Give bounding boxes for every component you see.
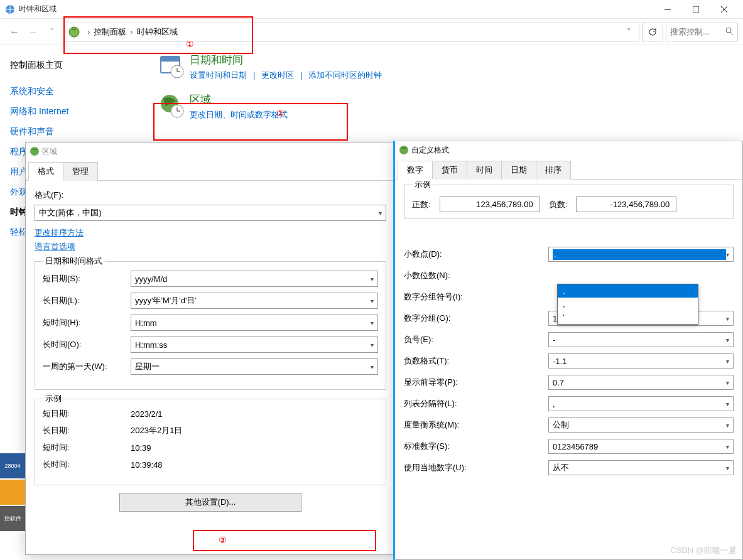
sidebar-item[interactable]: 系统和安全 xyxy=(10,82,151,102)
row-label: 列表分隔符(L): xyxy=(404,398,548,409)
back-button[interactable]: ← xyxy=(5,26,24,38)
chevron-down-icon: ▾ xyxy=(726,337,729,343)
chevron-down-icon: ▾ xyxy=(371,276,374,283)
breadcrumb-item[interactable]: 时钟和区域 xyxy=(137,26,178,38)
dropdown-item[interactable]: . xyxy=(558,284,698,298)
row-label: 长日期(L): xyxy=(43,295,131,306)
chevron-down-icon: ▾ xyxy=(726,315,729,322)
close-button[interactable] xyxy=(710,1,738,18)
search-icon xyxy=(725,27,734,37)
sidebar-item[interactable]: 网络和 Internet xyxy=(10,102,151,122)
category-link[interactable]: 设置时间和日期 xyxy=(190,70,247,80)
combo-value: 中文(简体，中国) xyxy=(39,207,379,218)
annotation-number: ② xyxy=(276,108,285,118)
taskbar-item[interactable] xyxy=(0,480,25,505)
row-label: 显示前导零(P): xyxy=(404,377,548,388)
example-value: 2023/2/1 xyxy=(131,409,163,419)
lang-link[interactable]: 语言首选项 xyxy=(35,241,75,252)
row-label: 标准数字(S): xyxy=(404,441,548,452)
row-label: 数字分组符号(I): xyxy=(404,291,548,303)
dropdown-item[interactable]: , xyxy=(558,298,698,311)
svg-line-8 xyxy=(730,32,733,35)
stddigits-combo[interactable]: 0123456789▾ xyxy=(548,439,734,454)
taskbar-item[interactable]: 28004 xyxy=(0,453,25,478)
chevron-down-icon: ▾ xyxy=(726,465,729,471)
maximize-button[interactable] xyxy=(681,1,710,18)
category-title[interactable]: 区域 xyxy=(190,92,290,107)
tab-currency[interactable]: 货币 xyxy=(432,161,467,180)
address-bar[interactable]: › 控制面板 › 时钟和区域 ˅ xyxy=(64,23,639,41)
tab-number[interactable]: 数字 xyxy=(398,161,433,180)
globe-icon xyxy=(399,145,409,155)
chevron-down-icon: ▾ xyxy=(371,342,374,348)
example-label: 长时间: xyxy=(43,459,131,470)
negsign-combo[interactable]: -▾ xyxy=(548,332,734,347)
sidebar-head[interactable]: 控制面板主页 xyxy=(10,55,151,75)
sidebar-item[interactable]: 硬件和声音 xyxy=(10,122,151,142)
decimal-combo[interactable]: .▾ xyxy=(548,247,734,262)
row-label: 小数点(D): xyxy=(404,249,548,260)
first-day-combo[interactable]: 星期一▾ xyxy=(131,358,378,375)
negformat-combo[interactable]: -1.1▾ xyxy=(548,353,734,369)
row-label: 负数格式(T): xyxy=(404,355,548,367)
category-link[interactable]: 更改时区 xyxy=(261,70,294,80)
location-icon xyxy=(68,26,80,38)
listsep-combo[interactable]: ,▾ xyxy=(548,396,734,411)
refresh-button[interactable] xyxy=(642,23,663,41)
category-link[interactable]: 更改日期、时间或数字格式 xyxy=(190,110,288,119)
globe-clock-icon xyxy=(158,92,185,119)
nativedigits-combo[interactable]: 从不▾ xyxy=(548,460,734,475)
globe-icon xyxy=(30,146,40,156)
tab-time[interactable]: 时间 xyxy=(467,161,502,180)
window-titlebar: 时钟和区域 xyxy=(0,0,743,19)
category-region: 区域 更改日期、时间或数字格式 xyxy=(158,92,743,121)
region-dialog: 区域 格式 管理 格式(F): 中文(简体，中国) ▾ 更改排序方法 语言首选项… xyxy=(25,142,396,555)
fieldset-title: 示例 xyxy=(43,393,64,404)
other-settings-button[interactable]: 其他设置(D)... xyxy=(119,493,301,512)
tab-format[interactable]: 格式 xyxy=(28,162,63,181)
forward-button[interactable]: → xyxy=(24,26,43,38)
app-icon xyxy=(5,4,15,14)
row-label: 负号(E): xyxy=(404,334,548,345)
example-fieldset: 示例 短日期:2023/2/1 长日期:2023年2月1日 短时间:10:39 … xyxy=(35,399,386,485)
minimize-button[interactable] xyxy=(653,1,681,18)
row-label: 小数位数(N): xyxy=(404,270,548,281)
category-datetime: 日期和时间 设置时间和日期| 更改时区| 添加不同时区的时钟 xyxy=(158,53,743,81)
address-dropdown-icon[interactable]: ˅ xyxy=(623,27,635,36)
taskbar-peek: 28004 控软件 xyxy=(0,453,25,532)
short-time-combo[interactable]: H:mm▾ xyxy=(131,315,378,331)
category-link[interactable]: 添加不同时区的时钟 xyxy=(308,70,382,80)
sort-link[interactable]: 更改排序方法 xyxy=(35,227,84,239)
row-label: 使用当地数字(U): xyxy=(404,462,548,473)
chevron-down-icon: ▾ xyxy=(726,358,729,365)
up-button[interactable]: ˅ xyxy=(43,27,62,36)
dropdown-item[interactable]: ' xyxy=(558,311,698,324)
format-combo[interactable]: 中文(简体，中国) ▾ xyxy=(35,205,386,221)
tab-sort[interactable]: 排序 xyxy=(536,161,571,180)
category-title[interactable]: 日期和时间 xyxy=(190,53,384,67)
short-date-combo[interactable]: yyyy/M/d▾ xyxy=(131,271,378,287)
chevron-down-icon: ▾ xyxy=(371,298,374,304)
positive-value: 123,456,789.00 xyxy=(440,197,540,212)
tab-date[interactable]: 日期 xyxy=(501,161,536,180)
tab-admin[interactable]: 管理 xyxy=(63,162,98,181)
search-input[interactable] xyxy=(670,27,714,36)
decimal-dropdown[interactable]: . , ' xyxy=(557,284,698,325)
crumb-sep-icon: › xyxy=(87,27,90,36)
search-box[interactable] xyxy=(666,23,738,41)
format-label: 格式(F): xyxy=(35,190,386,201)
long-date-combo[interactable]: yyyy'年'M'月'd'日'▾ xyxy=(131,293,378,309)
long-time-combo[interactable]: H:mm:ss▾ xyxy=(131,337,378,353)
tabs: 数字 货币 时间 日期 排序 xyxy=(395,160,742,180)
annotation-number: ③ xyxy=(219,535,227,545)
row-label: 短时间(H): xyxy=(43,317,131,328)
chevron-down-icon: ▾ xyxy=(371,363,374,370)
custom-format-dialog: 自定义格式 数字 货币 时间 日期 排序 示例 正数: 123,456,789.… xyxy=(393,141,743,560)
taskbar-item[interactable]: 控软件 xyxy=(0,506,25,531)
chevron-down-icon: ▾ xyxy=(726,379,729,386)
breadcrumb-item[interactable]: 控制面板 xyxy=(94,26,126,38)
tabs: 格式 管理 xyxy=(26,161,395,181)
measure-combo[interactable]: 公制▾ xyxy=(548,417,734,433)
svg-point-18 xyxy=(30,147,39,156)
leadzero-combo[interactable]: 0.7▾ xyxy=(548,375,734,390)
